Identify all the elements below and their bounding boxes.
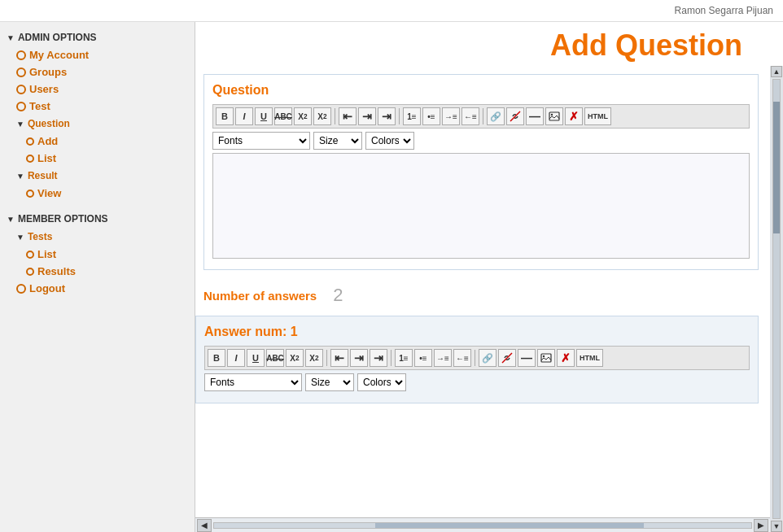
indent-button[interactable]: →≡ (442, 107, 460, 125)
bold-button[interactable]: B (216, 107, 234, 125)
sidebar-item-result-expandable[interactable]: ▼ Result (0, 167, 195, 185)
toolbar-sep-2 (399, 108, 400, 124)
a1-size-select[interactable]: Size 8 12 (305, 373, 354, 391)
a1-italic-button[interactable]: I (227, 349, 245, 367)
strikethrough-button[interactable]: ABC (274, 107, 292, 125)
sidebar-item-question-expandable[interactable]: ▼ Question (0, 115, 195, 133)
svg-line-3 (502, 353, 512, 363)
bullet-icon (26, 251, 34, 259)
vscroll-thumb (773, 102, 780, 233)
outdent-button[interactable]: ←≡ (461, 107, 479, 125)
fonts-select[interactable]: Fonts Arial Times New Roman (212, 132, 310, 150)
a1-outdent-button[interactable]: ←≡ (453, 349, 471, 367)
italic-button[interactable]: I (235, 107, 253, 125)
member-section-label: ▼ MEMBER OPTIONS (0, 210, 195, 228)
content-area: Add Question Question B I (195, 22, 783, 532)
unordered-list-button[interactable]: •≡ (422, 107, 440, 125)
a1-unordered-list-button[interactable]: •≡ (414, 349, 432, 367)
question-arrow: ▼ (16, 120, 24, 129)
question-editor[interactable] (212, 153, 750, 259)
underline-button[interactable]: U (255, 107, 273, 125)
ordered-list-button[interactable]: 1≡ (403, 107, 421, 125)
svg-point-2 (551, 114, 553, 116)
svg-line-0 (510, 111, 520, 121)
hscroll-track[interactable] (213, 522, 752, 529)
a1-underline-button[interactable]: U (247, 349, 265, 367)
a1-align-left-button[interactable]: ⇤ (330, 349, 348, 367)
a1-fonts-select[interactable]: Fonts Arial Times New Roman (204, 373, 302, 391)
hscroll-left-btn[interactable]: ◀ (197, 519, 212, 532)
align-left-button[interactable]: ⇤ (339, 107, 357, 125)
sidebar-item-test[interactable]: Test (0, 98, 195, 115)
vscroll-up-btn[interactable]: ▲ (771, 66, 782, 77)
sidebar-subitem-add[interactable]: Add (0, 133, 195, 150)
bullet-icon (16, 68, 26, 77)
admin-section-title: ADMIN OPTIONS (18, 32, 97, 43)
a1-toolbar-sep-1 (326, 350, 327, 366)
answer1-section: Answer num: 1 B I U ABC X2 X2 (195, 316, 759, 403)
header: Ramon Segarra Pijuan (0, 0, 783, 22)
sidebar-item-tests-expandable[interactable]: ▼ Tests (0, 228, 195, 246)
answer1-toolbar: B I U ABC X2 X2 ⇤ ⇥ ⇥ (204, 346, 750, 370)
a1-unlink-button[interactable] (498, 349, 516, 367)
size-select[interactable]: Size 8 10 12 (313, 132, 362, 150)
align-center-button[interactable]: ⇥ (358, 107, 376, 125)
content-scroll[interactable]: Question B I U ABC X2 X2 (195, 66, 770, 517)
horizontal-scrollbar[interactable]: ◀ ▶ (195, 517, 770, 532)
sidebar-subitem-list[interactable]: List (0, 150, 195, 167)
toolbar-sep-3 (483, 108, 483, 124)
answer1-title: Answer num: 1 (204, 325, 750, 339)
vscroll-down-btn[interactable]: ▼ (771, 521, 782, 532)
align-right-button[interactable]: ⇥ (378, 107, 396, 125)
superscript-button[interactable]: X2 (313, 107, 331, 125)
sidebar-item-groups[interactable]: Groups (0, 63, 195, 81)
member-arrow: ▼ (7, 215, 15, 224)
num-answers-label: Number of answers (203, 289, 317, 303)
subscript-button[interactable]: X2 (294, 107, 312, 125)
sidebar-subitem-results[interactable]: Results (0, 263, 195, 280)
hscroll-right-btn[interactable]: ▶ (754, 519, 768, 532)
a1-align-right-button[interactable]: ⇥ (370, 349, 387, 367)
member-section-title: MEMBER OPTIONS (18, 213, 108, 225)
a1-subscript-button[interactable]: X2 (286, 349, 304, 367)
a1-toolbar-sep-2 (391, 350, 392, 366)
svg-point-5 (543, 355, 545, 357)
a1-bold-button[interactable]: B (208, 349, 225, 367)
unlink-button[interactable] (506, 107, 524, 125)
hscroll-thumb (375, 523, 644, 528)
a1-remove-formatting-button[interactable]: ✗ (557, 349, 575, 367)
num-answers-row: Number of answers 2 (195, 278, 759, 309)
colors-select[interactable]: Colors Black Red (365, 132, 414, 150)
a1-image-button[interactable] (537, 349, 555, 367)
a1-hr-button[interactable]: — (518, 349, 536, 367)
num-answers-value: 2 (333, 285, 343, 306)
a1-superscript-button[interactable]: X2 (305, 349, 323, 367)
image-button[interactable] (545, 107, 563, 125)
remove-formatting-button[interactable]: ✗ (565, 107, 583, 125)
vertical-scrollbar[interactable]: ▲ ▼ (770, 66, 783, 532)
a1-indent-button[interactable]: →≡ (434, 349, 452, 367)
sidebar-item-logout[interactable]: Logout (0, 280, 195, 297)
a1-align-center-button[interactable]: ⇥ (350, 349, 368, 367)
sidebar-subitem-tests-list[interactable]: List (0, 246, 195, 263)
sidebar-subitem-view[interactable]: View (0, 185, 195, 202)
link-button[interactable]: 🔗 (487, 107, 505, 125)
sidebar-item-users[interactable]: Users (0, 81, 195, 98)
html-button[interactable]: HTML (584, 107, 611, 125)
question-toolbar-row2: Fonts Arial Times New Roman Size 8 10 12 (212, 132, 750, 150)
a1-ordered-list-button[interactable]: 1≡ (395, 349, 413, 367)
page-title: Add Question (195, 22, 783, 66)
admin-section-label: ▼ ADMIN OPTIONS (0, 28, 195, 46)
tests-arrow: ▼ (16, 233, 24, 242)
bullet-icon (16, 85, 26, 94)
vscroll-track[interactable] (772, 79, 781, 519)
bullet-icon (26, 137, 34, 146)
a1-strikethrough-button[interactable]: ABC (266, 349, 284, 367)
result-arrow: ▼ (16, 172, 24, 181)
a1-colors-select[interactable]: Colors Black Red (357, 373, 406, 391)
sidebar-item-my-account[interactable]: My Account (0, 46, 195, 63)
a1-html-button[interactable]: HTML (576, 349, 603, 367)
bullet-icon (26, 190, 34, 198)
hr-button[interactable]: — (526, 107, 544, 125)
a1-link-button[interactable]: 🔗 (479, 349, 496, 367)
